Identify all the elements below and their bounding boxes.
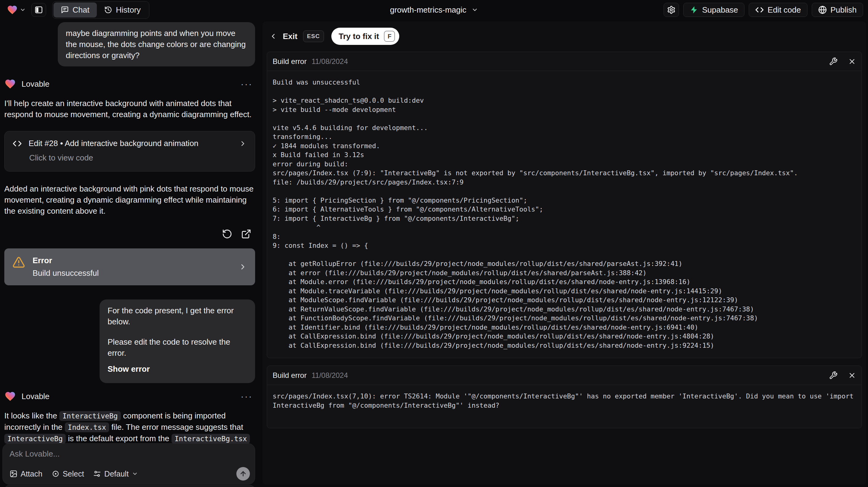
message-options-button[interactable]: ··· (241, 391, 255, 401)
supabase-bolt-icon (690, 5, 698, 14)
message-actions (4, 229, 251, 239)
lovable-avatar (4, 391, 16, 402)
chevron-down-icon (132, 471, 138, 477)
restore-button[interactable] (222, 229, 232, 239)
code-brackets-icon (12, 139, 22, 148)
build-error-panel: Build error 11/08/2024 Build was unsucce… (267, 52, 862, 358)
exit-button[interactable]: Exit ESC (269, 30, 324, 42)
tab-chat[interactable]: Chat (54, 2, 97, 18)
chat-bubble-icon (61, 6, 69, 14)
chat-composer: Attach Select Default (2, 443, 255, 485)
assistant-header: Lovable ··· (4, 391, 255, 402)
settings-button[interactable] (663, 3, 679, 17)
panel-title: Build error (273, 371, 307, 380)
publish-label: Publish (831, 5, 857, 15)
chat-history-tabs: Chat History (52, 1, 149, 19)
supabase-label: Supabase (702, 5, 738, 15)
error-card-title: Error (33, 256, 99, 265)
sidebar-toggle-button[interactable] (31, 3, 46, 17)
lovable-avatar (4, 78, 16, 90)
user-error-line: Please edit the code to resolve the erro… (107, 336, 247, 359)
esc-keycap: ESC (303, 30, 324, 42)
mode-label: Default (104, 469, 128, 478)
assistant-message: I'll help create an interactive backgrou… (4, 98, 255, 120)
inline-code: InteractiveBg.tsx (172, 434, 250, 444)
edit-code-button[interactable]: Edit code (749, 3, 807, 17)
build-error-card[interactable]: Error Build unsuccessful (4, 248, 255, 285)
panel-title: Build error (273, 57, 307, 66)
send-button[interactable] (236, 467, 250, 481)
supabase-button[interactable]: Supabase (683, 3, 744, 17)
chat-panel: maybe diagramming points and when you mo… (0, 20, 260, 487)
chat-scroll-area[interactable]: maybe diagramming points and when you mo… (4, 22, 255, 487)
edit-card-subtitle: Click to view code (29, 153, 247, 163)
close-panel-button[interactable] (848, 58, 856, 65)
lovable-heart-icon (7, 4, 18, 16)
project-name-menu[interactable]: growth-metrics-magic (390, 5, 478, 15)
mode-selector[interactable]: Default (93, 469, 138, 478)
show-error-link[interactable]: Show error (107, 363, 150, 374)
error-overlay-panel: Exit ESC Try to fix it F Build error 11/… (262, 22, 866, 485)
build-error-panel: Build error 11/08/2024 src/pages/Index.t… (267, 366, 862, 428)
chevron-down-icon (471, 6, 478, 13)
exit-label: Exit (283, 32, 298, 41)
sliders-icon (93, 470, 101, 478)
fix-with-ai-button[interactable] (829, 57, 838, 66)
tab-chat-label: Chat (72, 5, 89, 15)
top-bar: Chat History growth-metrics-magic (0, 0, 868, 20)
target-icon (52, 470, 60, 478)
fix-with-ai-button[interactable] (829, 371, 838, 380)
close-panel-button[interactable] (848, 371, 856, 379)
chevron-left-icon (269, 32, 277, 40)
select-label: Select (63, 469, 84, 478)
open-preview-button[interactable] (241, 229, 251, 239)
attach-button[interactable]: Attach (9, 469, 42, 478)
edit-card-28[interactable]: Edit #28 • Add interactive background an… (4, 131, 255, 172)
error-overlay-header: Exit ESC Try to fix it F (265, 23, 864, 51)
panel-date: 11/08/2024 (312, 57, 348, 66)
build-log: src/pages/Index.tsx(7,10): error TS2614:… (267, 385, 862, 428)
arrow-up-icon (240, 470, 247, 478)
chevron-down-icon (20, 7, 26, 13)
fix-label: Try to fix it (339, 32, 379, 41)
edit-card-29[interactable]: Edit #29 • Fix import error for Interact… (4, 485, 255, 487)
error-card-subtitle: Build unsuccessful (33, 268, 99, 278)
inline-code: InteractiveBg (59, 411, 121, 421)
publish-button[interactable]: Publish (812, 3, 863, 17)
try-to-fix-button[interactable]: Try to fix it F (331, 28, 399, 45)
f-keycap: F (384, 31, 395, 42)
gear-icon (667, 5, 676, 14)
chevron-right-icon (239, 263, 247, 271)
image-attach-icon (9, 470, 18, 478)
warning-triangle-icon (12, 256, 25, 269)
attach-label: Attach (21, 469, 42, 478)
assistant-name: Lovable (22, 79, 50, 89)
panel-layout-icon (34, 5, 43, 14)
tab-history[interactable]: History (97, 2, 148, 18)
user-error-message: For the code present, I get the error be… (100, 300, 255, 383)
assistant-header: Lovable ··· (4, 78, 255, 90)
panel-date: 11/08/2024 (312, 371, 348, 380)
edit-code-label: Edit code (768, 5, 801, 15)
chat-input[interactable] (9, 449, 248, 459)
project-name: growth-metrics-magic (390, 5, 467, 15)
edit-card-title: Edit #28 • Add interactive background an… (29, 139, 198, 148)
user-error-line: For the code present, I get the error be… (107, 305, 247, 327)
inline-code: Index.tsx (65, 422, 110, 432)
assistant-message: Added an interactive background with pin… (4, 183, 255, 216)
history-clock-icon (104, 6, 112, 14)
message-options-button[interactable]: ··· (241, 79, 255, 89)
inline-code: InteractiveBg (4, 434, 66, 444)
select-button[interactable]: Select (52, 469, 84, 478)
tab-history-label: History (116, 5, 141, 15)
build-log: Build was unsuccessful > vite_react_shad… (267, 71, 862, 358)
chevron-right-icon (239, 140, 247, 148)
globe-icon (818, 5, 827, 14)
assistant-name: Lovable (22, 392, 50, 401)
lovable-logo-menu[interactable] (5, 4, 28, 16)
code-brackets-icon (755, 5, 764, 14)
user-message: maybe diagramming points and when you mo… (58, 22, 255, 66)
